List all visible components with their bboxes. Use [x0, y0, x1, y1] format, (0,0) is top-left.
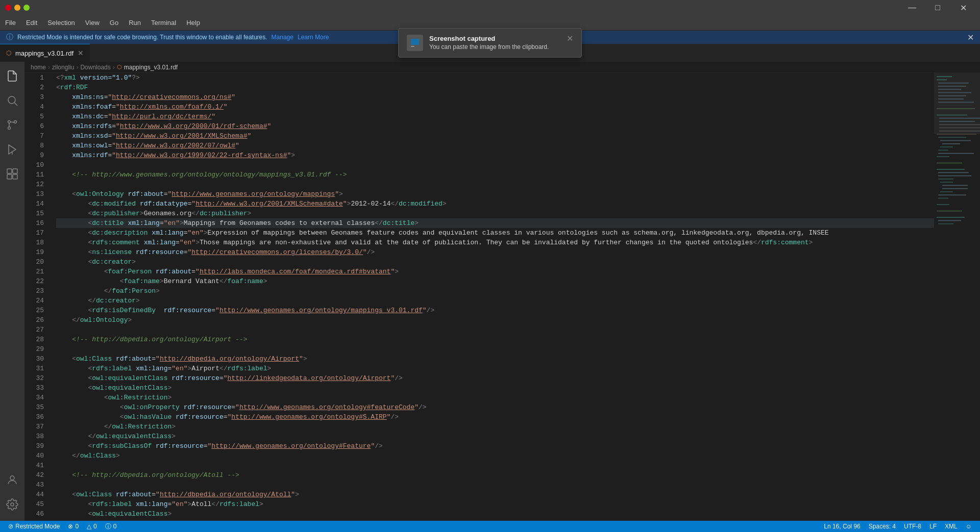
- svg-rect-57: [411, 46, 414, 47]
- status-info[interactable]: ⓘ 0: [101, 521, 121, 532]
- menu-go[interactable]: Go: [105, 15, 124, 30]
- toast-content: Screenshot captured You can paste the im…: [429, 35, 560, 50]
- status-line-ending[interactable]: LF: [925, 523, 941, 530]
- info-icon: ⓘ: [6, 33, 13, 42]
- line-number: 5: [24, 112, 44, 121]
- activity-search[interactable]: [0, 88, 24, 113]
- code-line: <?xml version="1.0"?>: [56, 73, 934, 83]
- minimize-traffic-light[interactable]: [14, 5, 20, 11]
- info-count-icon: ⓘ: [105, 522, 111, 531]
- activity-source-control[interactable]: [0, 113, 24, 137]
- maximize-traffic-light[interactable]: [23, 5, 30, 11]
- line-number: 22: [24, 276, 44, 286]
- code-line: xmlns:dc="http://purl.org/dc/terms/": [56, 112, 934, 121]
- tab-close-button[interactable]: ✕: [78, 49, 84, 57]
- code-content[interactable]: <?xml version="1.0"?><rdf:RDF xmlns:ns="…: [50, 73, 934, 521]
- minimap-highlight: [934, 73, 980, 134]
- activity-bar: [0, 62, 24, 521]
- breadcrumb-sep-2: ›: [76, 64, 78, 71]
- activity-extensions[interactable]: [0, 162, 24, 186]
- status-spaces[interactable]: Spaces: 4: [865, 523, 900, 530]
- learn-more-link[interactable]: Learn More: [298, 34, 329, 41]
- code-line: <!-- http://dbpedia.org/ontology/Atoll -…: [56, 470, 934, 480]
- status-language[interactable]: XML: [941, 523, 962, 530]
- status-encoding[interactable]: UTF-8: [900, 523, 925, 530]
- maximize-button[interactable]: □: [926, 0, 949, 15]
- activity-explorer[interactable]: [0, 64, 24, 88]
- code-line: </owl:Class>: [56, 451, 934, 461]
- status-line-col[interactable]: Ln 16, Col 96: [820, 523, 864, 530]
- code-line: <dc:publisher>Geonames.org</dc:publisher…: [56, 209, 934, 218]
- status-bar-right: Ln 16, Col 96 Spaces: 4 UTF-8 LF XML ☺: [820, 523, 976, 530]
- code-line: [56, 344, 934, 354]
- code-line: [56, 480, 934, 490]
- warning-icon: △: [87, 523, 91, 530]
- manage-link[interactable]: Manage: [272, 34, 293, 41]
- code-line: </dc:creator>: [56, 296, 934, 306]
- breadcrumb-home[interactable]: home: [31, 64, 46, 71]
- restricted-bar-message: Restricted Mode is intended for safe cod…: [17, 34, 267, 41]
- code-line: <owl:Restriction>: [56, 393, 934, 402]
- svg-rect-35: [940, 146, 953, 147]
- activity-settings[interactable]: [0, 492, 24, 517]
- svg-rect-44: [940, 182, 953, 183]
- close-traffic-light[interactable]: [5, 5, 11, 11]
- code-line: <owl:Class rdf:about="http://dbpedia.org…: [56, 354, 934, 364]
- traffic-lights: [5, 5, 30, 11]
- toast-close-button[interactable]: ✕: [567, 35, 573, 43]
- line-number: 7: [24, 131, 44, 141]
- line-number: 23: [24, 286, 44, 296]
- menu-view[interactable]: View: [80, 15, 105, 30]
- menu-selection[interactable]: Selection: [42, 15, 80, 30]
- breadcrumb-file[interactable]: mappings_v3.01.rdf: [124, 64, 178, 71]
- menu-help[interactable]: Help: [181, 15, 205, 30]
- code-line: </owl:Ontology>: [56, 315, 934, 325]
- code-line: xmlns:ns="http://creativecommons.org/ns#…: [56, 92, 934, 102]
- status-bar: ⊘ Restricted Mode ⊗ 0 △ 0 ⓘ 0 Ln 16, Col…: [0, 521, 980, 532]
- code-line: <!-- http://dbpedia.org/ontology/Airport…: [56, 335, 934, 344]
- close-restricted-button[interactable]: ✕: [967, 33, 974, 42]
- encoding-label: UTF-8: [904, 523, 921, 530]
- menu-terminal[interactable]: Terminal: [146, 15, 181, 30]
- line-number: 41: [24, 461, 44, 470]
- svg-rect-46: [942, 188, 968, 189]
- menu-file[interactable]: File: [0, 15, 21, 30]
- breadcrumb-folder[interactable]: Downloads: [80, 64, 110, 71]
- code-editor[interactable]: 1234567891011121314151617181920212223242…: [24, 73, 980, 521]
- line-number: 1: [24, 73, 44, 83]
- line-number: 30: [24, 354, 44, 364]
- status-feedback[interactable]: ☺: [962, 523, 976, 530]
- activity-account[interactable]: [0, 468, 24, 492]
- activity-run[interactable]: [0, 137, 24, 162]
- line-number: 12: [24, 180, 44, 189]
- minimize-button[interactable]: —: [900, 0, 924, 15]
- status-errors[interactable]: ⊗ 0: [64, 521, 83, 532]
- line-number: 46: [24, 509, 44, 519]
- info-count: 0: [113, 523, 117, 530]
- code-line: [56, 461, 934, 470]
- line-number: 15: [24, 209, 44, 218]
- line-number: 16: [24, 218, 44, 228]
- spaces-label: Spaces: 4: [869, 523, 896, 530]
- status-restricted-mode[interactable]: ⊘ Restricted Mode: [4, 521, 64, 532]
- error-count: 0: [75, 523, 79, 530]
- svg-rect-39: [937, 163, 962, 164]
- code-line: xmlns:xsd="http://www.w3.org/2001/XMLSch…: [56, 131, 934, 141]
- line-number: 43: [24, 480, 44, 490]
- menu-edit[interactable]: Edit: [21, 15, 42, 30]
- breadcrumb-user[interactable]: zilongliu: [52, 64, 74, 71]
- svg-rect-48: [938, 194, 966, 195]
- line-number: 6: [24, 121, 44, 131]
- code-line: </foaf:Person>: [56, 286, 934, 296]
- tab-mappings[interactable]: ⬡ mappings_v3.01.rdf ✕: [0, 44, 90, 62]
- code-line: [56, 180, 934, 189]
- line-number: 35: [24, 402, 44, 412]
- line-number: 38: [24, 432, 44, 441]
- svg-rect-37: [938, 153, 974, 154]
- code-line: xmlns:foaf="http://xmlns.com/foaf/0.1/": [56, 102, 934, 112]
- svg-rect-42: [938, 175, 971, 176]
- menu-run[interactable]: Run: [124, 15, 146, 30]
- status-warnings[interactable]: △ 0: [83, 521, 101, 532]
- code-line: <owl:onProperty rdf:resource="http://www…: [56, 402, 934, 412]
- close-button[interactable]: ✕: [951, 0, 975, 15]
